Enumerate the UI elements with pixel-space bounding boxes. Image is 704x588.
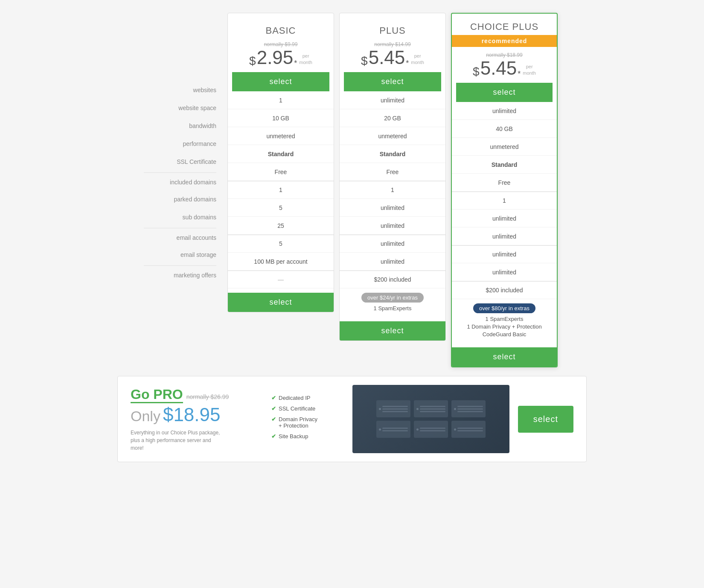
choice-plus-included-domains: 1 (452, 192, 557, 210)
plus-email-accounts: unlimited (340, 235, 445, 253)
basic-price-asterisk: * (294, 59, 297, 67)
go-pro-only-text: Only (131, 408, 160, 425)
label-email-storage: email storage (144, 246, 216, 264)
basic-email-accounts: 5 (228, 235, 334, 253)
go-pro-title: Go PRO (131, 387, 183, 402)
go-pro-description: Everything in our Choice Plus package, p… (131, 429, 224, 452)
label-websites: websites (144, 81, 216, 99)
server-unit-1 (376, 400, 410, 417)
server-lines (420, 406, 445, 412)
server-dot (379, 428, 381, 431)
server-line (420, 406, 445, 407)
server-dot (416, 408, 419, 410)
go-pro-feature-1: ✔ Dedicated IP (271, 395, 344, 401)
server-lines (420, 428, 445, 431)
server-lines (457, 406, 483, 412)
basic-marketing: — (228, 271, 334, 288)
label-performance: performance (144, 135, 216, 153)
choice-plus-select-top-button[interactable]: select (456, 83, 553, 102)
choice-plus-header-inner: normally $18.99 $ 5.45 * permonth select (452, 47, 557, 102)
plus-title: PLUS (379, 25, 405, 36)
plus-body: unlimited 20 GB unmetered Standard Free … (340, 91, 445, 288)
plus-price-amount: 5.45 (369, 48, 405, 67)
server-line (420, 408, 445, 410)
checkmark-icon-2: ✔ (271, 405, 276, 412)
server-line (382, 428, 408, 429)
choice-plus-price-row: $ 5.45 * permonth (456, 59, 553, 78)
label-included-domains: included domains (144, 172, 216, 190)
choice-plus-sub-domains: unlimited (452, 227, 557, 245)
basic-price-dollar: $ (249, 55, 256, 67)
go-pro-features: ✔ Dedicated IP ✔ SSL Certificate ✔ Domai… (259, 395, 344, 444)
plus-select-top-button[interactable]: select (344, 72, 441, 91)
go-pro-price: $18.95 (163, 404, 221, 425)
basic-title: BASIC (265, 25, 296, 36)
basic-website-space: 10 GB (228, 109, 334, 127)
server-line (420, 430, 445, 431)
choice-plus-email-storage: unlimited (452, 263, 557, 281)
plus-parked-domains: unlimited (340, 199, 445, 217)
go-pro-go: Go (131, 387, 153, 403)
server-unit-6 (451, 421, 486, 438)
checkmark-icon-3: ✔ (271, 416, 276, 422)
server-unit-5 (414, 421, 448, 438)
go-pro-title-row: Go PRO normally $26.99 (131, 387, 259, 402)
go-pro-section: Go PRO normally $26.99 Only $18.95 Every… (117, 376, 587, 462)
label-website-space: website space (144, 99, 216, 117)
plus-select-bottom-button[interactable]: select (340, 321, 445, 341)
server-line (457, 430, 483, 431)
server-graphic (376, 400, 486, 438)
server-line (457, 408, 483, 410)
basic-select-top-button[interactable]: select (232, 72, 329, 91)
choice-plus-websites: unlimited (452, 102, 557, 120)
server-dot (379, 408, 381, 410)
plus-email-storage: unlimited (340, 253, 445, 271)
basic-title-row: BASIC (232, 20, 329, 41)
checkmark-icon-4: ✔ (271, 433, 276, 440)
label-bandwidth: bandwidth (144, 117, 216, 135)
plus-ssl: Free (340, 163, 445, 181)
plan-basic: BASIC normally $9.99 $ 2.95 * permonth s… (227, 13, 334, 312)
choice-plus-extras-badge: over $80/yr in extras (473, 303, 535, 313)
plus-marketing: $200 included (340, 271, 445, 288)
basic-websites: 1 (228, 91, 334, 109)
choice-plus-website-space: 40 GB (452, 120, 557, 138)
server-line (382, 408, 408, 410)
choice-plus-email-accounts: unlimited (452, 245, 557, 263)
basic-price-per: permonth (299, 53, 312, 65)
label-ssl: SSL Certificate (144, 153, 216, 171)
plan-plus: PLUS normally $14.99 $ 5.45 * permonth s… (339, 13, 446, 341)
plan-choice-plus: CHOICE PLUS recommended normally $18.99 … (451, 13, 558, 367)
labels-column: websites website space bandwidth perform… (144, 13, 225, 283)
plus-normally: normally $14.99 (344, 41, 441, 47)
server-unit-4 (376, 421, 410, 438)
go-pro-feature-label-4: Site Backup (279, 433, 308, 440)
choice-plus-marketing: $200 included (452, 281, 557, 299)
basic-select-bottom-button[interactable]: select (228, 293, 334, 312)
basic-bandwidth: unmetered (228, 127, 334, 145)
plus-extras: over $24/yr in extras 1 SpamExperts (340, 288, 445, 317)
go-pro-pro: PRO (153, 387, 183, 403)
go-pro-feature-4: ✔ Site Backup (271, 433, 344, 440)
server-lines (382, 406, 408, 412)
plus-website-space: 20 GB (340, 109, 445, 127)
go-pro-feature-2: ✔ SSL Certificate (271, 405, 344, 412)
choice-plus-extras-item2: 1 Domain Privacy + Protection (458, 323, 551, 330)
plus-performance: Standard (340, 145, 445, 163)
choice-plus-ssl: Free (452, 174, 557, 192)
label-marketing-offers: marketing offers (144, 265, 216, 283)
choice-plus-title: CHOICE PLUS (470, 21, 538, 32)
plus-price-row: $ 5.45 * permonth (344, 48, 441, 67)
choice-plus-title-row: CHOICE PLUS (452, 14, 557, 35)
choice-plus-price-per: permonth (523, 64, 536, 76)
choice-plus-select-bottom-button[interactable]: select (452, 347, 557, 367)
go-pro-select-button[interactable]: select (518, 406, 573, 433)
plus-sub-domains: unlimited (340, 217, 445, 235)
server-unit-2 (414, 400, 448, 417)
plus-bandwidth: unmetered (340, 127, 445, 145)
basic-normally: normally $9.99 (232, 41, 329, 47)
plus-title-row: PLUS (344, 20, 441, 41)
server-unit-3 (451, 400, 486, 417)
choice-plus-body: unlimited 40 GB unmetered Standard Free … (452, 102, 557, 299)
choice-plus-top: CHOICE PLUS recommended normally $18.99 … (452, 14, 557, 102)
